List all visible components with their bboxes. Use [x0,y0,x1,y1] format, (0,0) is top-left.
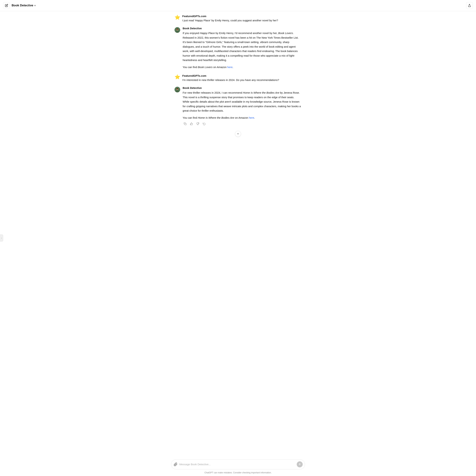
assistant-para-1-1: If you enjoyed Happy Place by Emily Henr… [183,31,302,62]
para3-italic1: Home Is Where the Bodies Are [243,91,279,94]
para4-mid: on Amazon [234,116,249,119]
assistant-avatar-1 [174,27,180,33]
assistant-content-1: Book Detective If you enjoyed Happy Plac… [183,27,302,69]
assistant-para-2-1: For new thriller releases in 2024, I can… [183,90,302,113]
para2-link[interactable]: here [227,66,233,68]
para4-link[interactable]: here [249,116,254,119]
assistant-content-2: Book Detective For new thriller releases… [183,86,302,126]
user-content-2: FeaturedGPTs.com I'm interested in new t… [182,74,302,82]
svg-rect-10 [185,123,186,125]
assistant-name-1: Book Detective [183,27,302,30]
para4-italic: Home Is Where the Bodies Are [198,116,234,119]
para4-post: . [254,116,255,119]
user-name-1: FeaturedGPTs.com [182,15,302,18]
para3-pre: For new thriller releases in 2024, I can… [183,91,243,94]
send-button[interactable] [297,461,303,467]
sidebar-toggle[interactable]: › [0,235,3,241]
user-text-1: I just read 'Happy Place' by Emily Henry… [182,18,302,23]
input-container [171,459,305,469]
action-buttons [183,122,302,126]
para2-italic: Book Lovers [198,66,212,68]
header-title-group[interactable]: Book Detective ▾ [12,4,36,7]
footer-disclaimer: ChatGPT can make mistakes. Consider chec… [204,471,272,474]
assistant-message-2: Book Detective For new thriller releases… [174,86,302,126]
header: Book Detective ▾ [0,0,476,11]
header-left: Book Detective ▾ [3,2,36,9]
share-button[interactable] [466,2,473,9]
para3-mid: by Jeneva Rose. This novel is a thrillin… [183,91,301,112]
scroll-down-button[interactable] [235,131,241,137]
para1-italic2: Book Lovers [278,32,293,34]
user-message-2: ⭐ FeaturedGPTs.com I'm interested in new… [174,74,302,82]
svg-point-9 [176,88,178,89]
thumbs-up-button[interactable] [189,122,194,126]
attach-button[interactable] [174,462,178,466]
assistant-text-1: If you enjoyed Happy Place by Emily Henr… [183,31,302,69]
assistant-name-2: Book Detective [183,86,302,89]
chat-area: ⭐ FeaturedGPTs.com I just read 'Happy Pl… [0,11,476,457]
user-text-2: I'm interested in new thriller releases … [182,78,302,82]
assistant-para-1-2: You can find Book Lovers on Amazon here. [183,65,302,69]
edit-button[interactable] [3,2,10,9]
assistant-para-2-2: You can find Home Is Where the Bodies Ar… [183,116,302,120]
sidebar-toggle-icon: › [1,237,2,239]
user-name-2: FeaturedGPTs.com [182,74,302,77]
message-wrapper: ⭐ FeaturedGPTs.com I just read 'Happy Pl… [171,15,305,137]
input-box [171,459,305,469]
assistant-text-2: For new thriller releases in 2024, I can… [183,90,302,120]
para2-mid: on Amazon [213,66,227,68]
input-area [0,457,476,470]
para1-italic1: Happy Place [200,32,215,34]
chevron-down-icon: ▾ [34,4,36,7]
svg-point-5 [176,29,178,30]
user-avatar-1: ⭐ [174,15,180,20]
para2-pre: You can find [183,66,198,68]
header-title-text: Book Detective [12,4,33,7]
thumbs-down-button[interactable] [195,122,200,126]
user-message-1: ⭐ FeaturedGPTs.com I just read 'Happy Pl… [174,15,302,23]
scroll-down-wrapper [174,131,302,137]
para1-mid: by Emily Henry, I'd recommend another no… [215,32,278,34]
para1-pre: If you enjoyed [183,32,200,34]
assistant-avatar-img-1 [174,27,180,33]
para1-post: . Released in 2022, this women's fiction… [183,32,298,62]
assistant-avatar-img-2 [174,87,180,92]
assistant-message-1: Book Detective If you enjoyed Happy Plac… [174,27,302,69]
copy-button[interactable] [183,122,187,126]
footer: ChatGPT can make mistakes. Consider chec… [0,470,476,476]
message-input[interactable] [179,462,295,466]
assistant-avatar-2 [174,87,180,92]
user-content-1: FeaturedGPTs.com I just read 'Happy Plac… [182,15,302,23]
user-avatar-2: ⭐ [174,75,180,80]
para4-pre: You can find [183,116,198,119]
para2-post: . [233,66,233,68]
regenerate-button[interactable] [202,122,207,126]
